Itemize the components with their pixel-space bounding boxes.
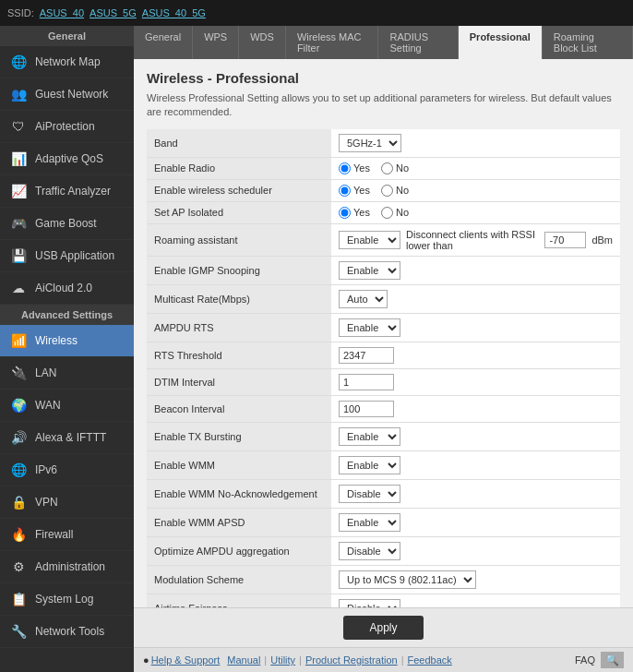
ssid-link-3[interactable]: ASUS_40_5G bbox=[142, 7, 206, 18]
page-title: Wireless - Professional bbox=[147, 70, 620, 86]
wmm-label: Enable WMM bbox=[147, 450, 331, 479]
sidebar-item-usb-application[interactable]: 💾 USB Application bbox=[0, 240, 134, 272]
airtime-fairness-label: Airtime Fairness bbox=[147, 594, 331, 607]
sidebar-label-aicloud: AiCloud 2.0 bbox=[35, 282, 92, 294]
table-row: Beacon Interval bbox=[147, 395, 620, 422]
multicast-rate-label: Multicast Rate(Mbps) bbox=[147, 284, 331, 313]
tab-wps[interactable]: WPS bbox=[193, 26, 239, 59]
sidebar-item-wireless[interactable]: 📶 Wireless bbox=[0, 325, 134, 357]
table-row: Set AP Isolated Yes No bbox=[147, 201, 620, 223]
ssid-link-1[interactable]: ASUS_40 bbox=[40, 7, 84, 18]
sidebar-item-network-tools[interactable]: 🔧 Network Tools bbox=[0, 616, 134, 648]
sidebar-label-game-boost: Game Boost bbox=[35, 217, 97, 230]
beacon-interval-label: Beacon Interval bbox=[147, 395, 331, 422]
sidebar-label-usb-application: USB Application bbox=[35, 249, 114, 262]
sidebar-item-guest-network[interactable]: 👥 Guest Network bbox=[0, 78, 134, 111]
rts-threshold-input[interactable] bbox=[339, 347, 394, 364]
help-support-icon: ● bbox=[143, 654, 149, 666]
sidebar-item-ipv6[interactable]: 🌐 IPv6 bbox=[0, 454, 134, 486]
scheduler-yes[interactable]: Yes bbox=[339, 185, 370, 197]
wan-icon: 🌍 bbox=[9, 396, 28, 414]
apply-button[interactable]: Apply bbox=[343, 616, 423, 640]
enable-radio-no[interactable]: No bbox=[381, 162, 409, 174]
sidebar-item-vpn[interactable]: 🔒 VPN bbox=[0, 486, 134, 519]
sidebar-item-administration[interactable]: ⚙ Administration bbox=[0, 551, 134, 583]
footer-link-product-registration[interactable]: Product Registration bbox=[305, 654, 398, 666]
faq-label: FAQ bbox=[575, 654, 595, 666]
multicast-rate-select[interactable]: Auto125.511 bbox=[339, 290, 388, 308]
sidebar-label-network-tools: Network Tools bbox=[35, 625, 104, 638]
sidebar-item-alexa-ifttt[interactable]: 🔊 Alexa & IFTTT bbox=[0, 422, 134, 454]
ap-isolated-no[interactable]: No bbox=[381, 207, 409, 219]
sidebar-item-wan[interactable]: 🌍 WAN bbox=[0, 390, 134, 422]
tab-general[interactable]: General bbox=[134, 26, 193, 59]
sidebar-label-wan: WAN bbox=[35, 399, 61, 412]
wmm-select[interactable]: EnableDisable bbox=[339, 456, 400, 474]
firewall-icon: 🔥 bbox=[9, 525, 28, 544]
table-row: DTIM Interval bbox=[147, 368, 620, 395]
wireless-scheduler-label: Enable wireless scheduler bbox=[147, 179, 331, 201]
search-button[interactable]: 🔍 bbox=[601, 652, 624, 668]
beacon-interval-input[interactable] bbox=[339, 401, 394, 417]
sidebar-label-firewall: Firewall bbox=[35, 528, 73, 541]
rts-threshold-label: RTS Threshold bbox=[147, 342, 331, 368]
sidebar-item-adaptive-qos[interactable]: 📊 Adaptive QoS bbox=[0, 143, 134, 175]
sidebar-label-system-log: System Log bbox=[35, 593, 93, 606]
footer-link-feedback[interactable]: Feedback bbox=[407, 654, 451, 666]
wmm-no-ack-select[interactable]: DisableEnable bbox=[339, 485, 400, 503]
ssid-link-2[interactable]: ASUS_5G bbox=[90, 7, 137, 18]
sidebar-label-ipv6: IPv6 bbox=[35, 463, 57, 476]
table-row: AMPDU RTS EnableDisable bbox=[147, 313, 620, 342]
tab-radius-setting[interactable]: RADIUS Setting bbox=[378, 26, 458, 59]
sidebar-item-firewall[interactable]: 🔥 Firewall bbox=[0, 519, 134, 551]
dtim-interval-input[interactable] bbox=[339, 374, 394, 390]
roaming-rssi-input[interactable] bbox=[544, 232, 586, 248]
igmp-snooping-select[interactable]: EnableDisable bbox=[339, 261, 400, 280]
ampdu-aggregation-select[interactable]: DisableEnable bbox=[339, 542, 400, 560]
ap-isolated-yes[interactable]: Yes bbox=[339, 207, 370, 219]
tab-roaming-block-list[interactable]: Roaming Block List bbox=[543, 26, 633, 59]
table-row: Optimize AMPDU aggregation DisableEnable bbox=[147, 536, 620, 565]
table-row: RTS Threshold bbox=[147, 342, 620, 368]
sidebar-label-wireless: Wireless bbox=[35, 334, 78, 347]
ampdu-rts-select[interactable]: EnableDisable bbox=[339, 318, 400, 337]
footer-sep-2: | bbox=[264, 654, 267, 666]
footer-link-manual[interactable]: Manual bbox=[227, 654, 260, 666]
vpn-icon: 🔒 bbox=[9, 493, 28, 511]
apply-bar: Apply bbox=[134, 607, 633, 647]
table-row: Enable IGMP Snooping EnableDisable bbox=[147, 256, 620, 284]
table-row: Enable Radio Yes No bbox=[147, 157, 620, 179]
sidebar-label-traffic-analyzer: Traffic Analyzer bbox=[35, 185, 111, 198]
sidebar-item-game-boost[interactable]: 🎮 Game Boost bbox=[0, 208, 134, 240]
help-support-label[interactable]: Help & Support bbox=[151, 654, 221, 666]
dtim-interval-label: DTIM Interval bbox=[147, 368, 331, 395]
enable-radio-label: Enable Radio bbox=[147, 157, 331, 179]
sidebar-label-guest-network: Guest Network bbox=[35, 88, 108, 101]
enable-radio-yes[interactable]: Yes bbox=[339, 162, 370, 174]
sidebar-label-administration: Administration bbox=[35, 560, 105, 573]
roaming-select[interactable]: EnableDisable bbox=[339, 231, 400, 249]
sidebar-label-adaptive-qos: Adaptive QoS bbox=[35, 152, 103, 165]
airtime-fairness-select[interactable]: DisableEnable bbox=[339, 599, 400, 607]
tab-wds[interactable]: WDS bbox=[239, 26, 286, 59]
tab-professional[interactable]: Professional bbox=[459, 26, 543, 59]
sidebar-item-system-log[interactable]: 📋 System Log bbox=[0, 583, 134, 616]
igmp-snooping-label: Enable IGMP Snooping bbox=[147, 256, 331, 284]
sidebar-item-aicloud[interactable]: ☁ AiCloud 2.0 bbox=[0, 272, 134, 305]
sidebar-item-lan[interactable]: 🔌 LAN bbox=[0, 357, 134, 390]
sidebar-item-network-map[interactable]: 🌐 Network Map bbox=[0, 46, 134, 78]
tx-bursting-select[interactable]: EnableDisable bbox=[339, 427, 400, 446]
band-select[interactable]: 5GHz-15GHz-22.4GHz bbox=[339, 134, 401, 152]
network-tools-icon: 🔧 bbox=[9, 622, 28, 641]
usb-application-icon: 💾 bbox=[9, 246, 28, 265]
ipv6-icon: 🌐 bbox=[9, 461, 28, 479]
tab-wireless-mac-filter[interactable]: Wireless MAC Filter bbox=[286, 26, 379, 59]
scheduler-no[interactable]: No bbox=[381, 185, 409, 197]
wmm-apsd-select[interactable]: EnableDisable bbox=[339, 513, 400, 532]
sidebar-item-aiprotection[interactable]: 🛡 AiProtection bbox=[0, 111, 134, 143]
ampdu-aggregation-label: Optimize AMPDU aggregation bbox=[147, 536, 331, 565]
footer-link-utility[interactable]: Utility bbox=[270, 654, 295, 666]
ampdu-rts-label: AMPDU RTS bbox=[147, 313, 331, 342]
modulation-scheme-select[interactable]: Up to MCS 9 (802.11ac)Up to MCS 7Up to M… bbox=[339, 570, 476, 589]
sidebar-item-traffic-analyzer[interactable]: 📈 Traffic Analyzer bbox=[0, 175, 134, 208]
